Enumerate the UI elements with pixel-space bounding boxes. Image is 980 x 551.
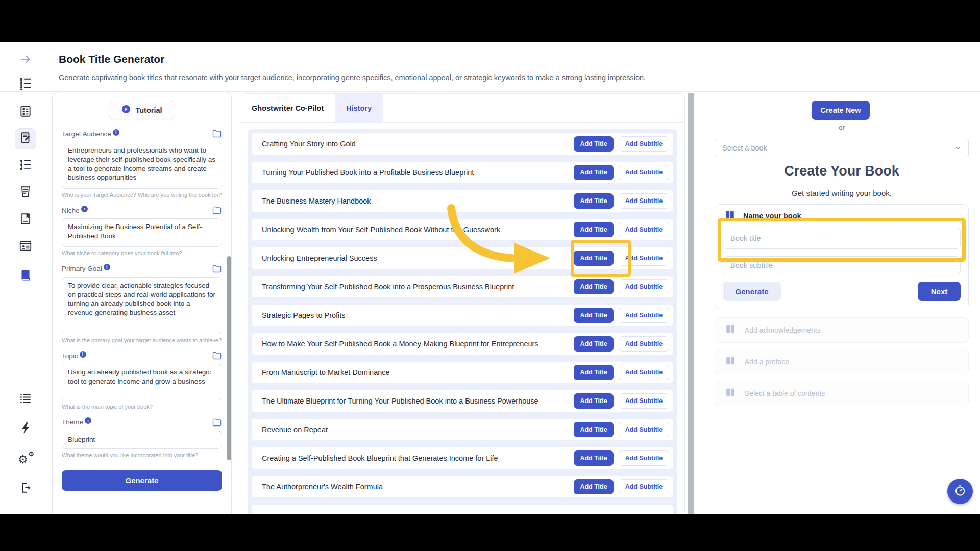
title-text: Unlocking Wealth from Your Self-Publishe… — [262, 226, 500, 234]
name-your-book-row: Name your book — [724, 209, 801, 222]
sidebar-item-outline[interactable] — [17, 158, 34, 174]
add-subtitle-button[interactable]: Add Subtitle — [619, 251, 669, 266]
topic-helper: What is the main topic of your book? — [62, 403, 222, 411]
or-separator: or — [715, 123, 969, 131]
chapter-list-icon — [19, 392, 32, 407]
sidebar-item-chapter-list[interactable] — [17, 391, 34, 408]
add-title-button[interactable]: Add Title — [574, 422, 614, 437]
sidebar-item-author-profile[interactable] — [17, 239, 34, 255]
sidebar-item-chapters[interactable] — [17, 104, 34, 120]
add-subtitle-button[interactable]: Add Subtitle — [619, 165, 669, 180]
add-subtitle-button[interactable]: Add Subtitle — [619, 365, 669, 380]
sidebar-item-quick-actions[interactable] — [17, 421, 34, 437]
add-preface-row[interactable]: Add a preface — [715, 349, 969, 374]
info-icon[interactable]: i — [85, 417, 91, 424]
niche-input[interactable]: Maximizing the Business Potential of a S… — [62, 218, 222, 247]
title-text: The Ultimate Blueprint for Turning Your … — [262, 397, 538, 405]
add-title-button[interactable]: Add Title — [574, 193, 614, 209]
open-book-icon — [724, 355, 737, 368]
tutorial-button[interactable]: Tutorial — [109, 101, 175, 119]
titles-panel: Ghostwriter Co-Pilot History Crafting Yo… — [240, 93, 685, 514]
generator-form-panel: Tutorial Target Audience i Entrepreneurs… — [52, 92, 232, 514]
add-subtitle-button[interactable]: Add Subtitle — [619, 193, 669, 209]
target-audience-input[interactable]: Entrepreneurs and professionals who want… — [62, 142, 222, 189]
generate-titles-button[interactable]: Generate — [62, 470, 222, 491]
book-title-input[interactable] — [723, 228, 961, 249]
title-row: Strategic Pages to Profits Add TitleAdd … — [252, 305, 673, 326]
sidebar-item-published-book[interactable] — [17, 268, 34, 284]
add-subtitle-button[interactable]: Add Subtitle — [619, 136, 669, 152]
folder-icon[interactable] — [212, 417, 222, 428]
tab-history[interactable]: History — [335, 94, 383, 122]
add-title-button[interactable]: Add Title — [574, 222, 614, 237]
sidebar-item-settings[interactable]: ⚙⚙ — [17, 452, 34, 468]
add-acknowledgements-label: Add acknowledgements — [745, 326, 821, 334]
niche-helper: What niche or category does your book fa… — [62, 249, 222, 257]
info-icon[interactable]: i — [80, 351, 86, 358]
author-card-icon — [19, 239, 32, 255]
tab-ghostwriter-copilot[interactable]: Ghostwriter Co-Pilot — [240, 94, 335, 122]
topic-input[interactable]: Using an already published book as a str… — [62, 364, 222, 400]
title-row: The Authorpreneur's Wealth Formula Add T… — [252, 476, 673, 497]
add-subtitle-button[interactable]: Add Subtitle — [619, 479, 669, 494]
support-widget-button[interactable] — [947, 479, 973, 504]
titles-scrollbar[interactable] — [688, 93, 694, 514]
folder-icon[interactable] — [212, 350, 222, 361]
add-title-button[interactable]: Add Title — [574, 279, 614, 294]
select-book-dropdown[interactable]: Select a book — [715, 139, 969, 157]
add-title-button-highlighted[interactable]: Add Title — [574, 251, 614, 266]
draft-pages-icon — [19, 185, 32, 201]
folder-icon[interactable] — [212, 264, 222, 274]
create-new-button[interactable]: Create New — [812, 101, 870, 120]
sidebar-item-logout[interactable] — [17, 481, 34, 497]
primary-goal-input[interactable]: To provide clear, actionable strategies … — [62, 277, 222, 334]
title-text: Creating a Self-Published Book Blueprint… — [262, 454, 498, 462]
add-title-button[interactable]: Add Title — [574, 336, 614, 352]
info-icon[interactable]: i — [113, 129, 119, 136]
title-row: Unlocking Wealth from Your Self-Publishe… — [252, 219, 673, 240]
info-icon[interactable]: i — [81, 206, 88, 212]
add-title-button[interactable]: Add Title — [574, 308, 614, 323]
sidebar-item-bookmarks[interactable] — [17, 212, 34, 228]
target-audience-label: Target Audience — [62, 130, 111, 138]
target-audience-helper: Who is your Target Audience? Who are you… — [62, 191, 222, 199]
open-book-icon — [724, 323, 737, 337]
next-button[interactable]: Next — [918, 282, 961, 301]
primary-goal-helper: What is the primary goal your target aud… — [62, 337, 222, 344]
title-row-partial — [252, 505, 673, 514]
outline-list-icon — [19, 158, 32, 173]
sidebar-item-team[interactable] — [17, 77, 34, 93]
open-book-icon — [724, 387, 737, 400]
sidebar-item-drafts[interactable] — [17, 185, 34, 201]
add-subtitle-button[interactable]: Add Subtitle — [619, 336, 669, 352]
add-title-button[interactable]: Add Title — [574, 450, 614, 466]
folder-icon[interactable] — [212, 129, 222, 139]
add-subtitle-button[interactable]: Add Subtitle — [619, 308, 669, 323]
book-subtitle-input[interactable] — [723, 256, 961, 274]
sidebar-item-title-generator-active[interactable] — [15, 128, 36, 149]
info-icon[interactable]: i — [104, 264, 110, 270]
add-subtitle-button[interactable]: Add Subtitle — [619, 422, 669, 437]
title-row: Transforming Your Self-Published Book in… — [252, 276, 673, 297]
form-scrollbar-thumb[interactable] — [227, 256, 231, 460]
add-subtitle-button[interactable]: Add Subtitle — [619, 222, 669, 237]
chevron-down-icon — [954, 144, 962, 152]
add-title-button[interactable]: Add Title — [574, 365, 614, 380]
add-acknowledgements-row[interactable]: Add acknowledgements — [715, 317, 969, 343]
add-subtitle-button[interactable]: Add Subtitle — [619, 279, 669, 294]
add-title-button[interactable]: Add Title — [574, 479, 614, 494]
sidebar-item-expand[interactable] — [17, 52, 34, 68]
theme-input[interactable] — [62, 431, 222, 449]
add-title-button[interactable]: Add Title — [574, 393, 614, 409]
chapters-clipboard-icon — [19, 105, 32, 120]
folder-icon[interactable] — [212, 205, 222, 215]
add-subtitle-button[interactable]: Add Subtitle — [619, 393, 669, 409]
add-title-button[interactable]: Add Title — [574, 136, 614, 152]
add-title-button[interactable]: Add Title — [574, 165, 614, 180]
logout-icon — [19, 481, 32, 496]
add-subtitle-button[interactable]: Add Subtitle — [619, 450, 669, 466]
tabbar: Ghostwriter Co-Pilot History — [240, 94, 684, 123]
create-your-book-heading: Create Your Book — [715, 163, 969, 179]
generate-book-button[interactable]: Generate — [723, 282, 781, 301]
select-toc-row[interactable]: Select a table of contents — [715, 381, 969, 406]
